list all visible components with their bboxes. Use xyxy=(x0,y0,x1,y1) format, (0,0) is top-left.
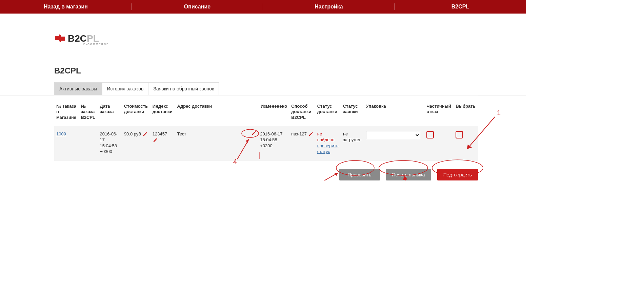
check-status-link[interactable]: проверить статус xyxy=(317,143,339,155)
actions-row: Проверить Печать ярлыка Подтвердить xyxy=(54,169,478,180)
nav-settings[interactable]: Настройка xyxy=(263,0,395,14)
tab-callback-requests[interactable]: Заявки на обратный звонок xyxy=(148,82,219,95)
cell-partial xyxy=(424,126,454,161)
nav-label: Назад в магазин xyxy=(44,4,88,10)
cell-order-b2cpl xyxy=(79,126,98,161)
col-date: Дата заказа xyxy=(98,102,122,126)
print-button[interactable]: Печать ярлыка xyxy=(386,169,431,180)
check-button[interactable]: Проверить xyxy=(339,169,380,180)
cell-date: 2016-06-17 15:04:58 +0300 xyxy=(98,126,122,161)
cell-cost: 90.0 руб xyxy=(122,126,150,161)
cell-status-request: не загружен xyxy=(341,126,364,161)
orders-table-wrap: № заказа в магазине № заказа B2CPL Дата … xyxy=(54,102,478,161)
cell-address: Тест xyxy=(175,126,258,161)
nav-description[interactable]: Описание xyxy=(132,0,263,14)
pencil-icon[interactable] xyxy=(309,132,313,136)
col-changed: Измененено xyxy=(258,102,289,126)
tab-order-history[interactable]: История заказов xyxy=(102,82,149,95)
address-value: Тест xyxy=(177,131,186,136)
col-partial: Частичный отказ xyxy=(424,102,454,126)
order-shop-link[interactable]: 1009 xyxy=(56,131,66,136)
logo-ecommerce: E-COMMERCE xyxy=(83,43,109,46)
logo-arrows-icon xyxy=(54,34,66,43)
logo-pl: PL xyxy=(87,33,99,44)
pencil-icon[interactable] xyxy=(153,138,157,142)
confirm-button[interactable]: Подтвердить xyxy=(437,169,478,180)
logo: B2CPL E-COMMERCE xyxy=(54,34,478,46)
table-header-row: № заказа в магазине № заказа B2CPL Дата … xyxy=(54,102,478,126)
nav-b2cpl[interactable]: B2CPL xyxy=(395,0,526,14)
partial-refuse-checkbox[interactable] xyxy=(426,131,434,138)
cell-select xyxy=(454,126,478,161)
method-value: пвз-127 xyxy=(291,131,307,136)
logo-b2c: B2C xyxy=(68,33,87,44)
col-address: Адрес доставки xyxy=(175,102,258,126)
cost-value: 90.0 руб xyxy=(124,131,141,136)
pencil-icon[interactable] xyxy=(143,132,147,136)
col-method: Способ доставки B2CPL xyxy=(289,102,315,126)
cell-packaging xyxy=(364,126,424,161)
nav-label: Описание xyxy=(184,4,210,10)
col-index: Индекс доставки xyxy=(150,102,175,126)
status-not-found: не найдено xyxy=(317,131,335,143)
tab-label: Активные заказы xyxy=(59,86,97,91)
pencil-icon[interactable] xyxy=(252,131,256,135)
col-select: Выбрать xyxy=(454,102,478,126)
packaging-select[interactable] xyxy=(366,131,420,139)
index-value: 123457 xyxy=(153,131,167,136)
cell-changed: 2016-06-17 15:04:58 +0300 xyxy=(258,126,289,161)
cell-status-delivery: не найдено проверить статус xyxy=(315,126,341,161)
nav-back-to-shop[interactable]: Назад в магазин xyxy=(0,0,132,14)
col-order-shop: № заказа в магазине xyxy=(54,102,79,126)
tabs: Активные заказы История заказов Заявки н… xyxy=(54,82,478,95)
tab-label: История заказов xyxy=(107,86,144,91)
tab-label: Заявки на обратный звонок xyxy=(153,86,214,91)
table-row: 1009 2016-06-17 15:04:58 +0300 90.0 руб … xyxy=(54,126,478,161)
col-order-b2cpl: № заказа B2CPL xyxy=(79,102,98,126)
orders-table: № заказа в магазине № заказа B2CPL Дата … xyxy=(54,102,478,161)
cell-index: 123457 xyxy=(150,126,175,161)
col-status-del: Статус доставки xyxy=(315,102,341,126)
tab-active-orders[interactable]: Активные заказы xyxy=(54,82,102,95)
logo-text: B2CPL xyxy=(68,33,99,44)
col-packaging: Упаковка xyxy=(364,102,424,126)
nav-label: B2CPL xyxy=(451,4,469,10)
col-cost: Стоимость доставки xyxy=(122,102,150,126)
select-row-checkbox[interactable] xyxy=(456,131,463,138)
cell-method: пвз-127 xyxy=(289,126,315,161)
nav-label: Настройка xyxy=(315,4,343,10)
page-title: B2CPL xyxy=(54,66,478,76)
col-status-req: Статус заявки xyxy=(341,102,364,126)
top-nav: Назад в магазин Описание Настройка B2CPL xyxy=(0,0,526,14)
